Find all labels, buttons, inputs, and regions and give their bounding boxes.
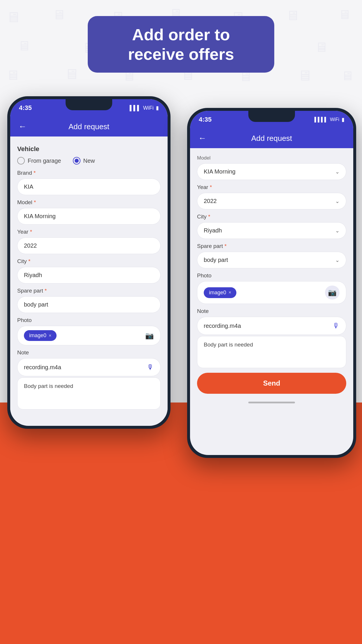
- note-value-left: recording.m4a: [24, 364, 61, 371]
- city-label: City *: [17, 258, 161, 265]
- model-input[interactable]: KIA Morning: [17, 208, 161, 225]
- radio-circle-new[interactable]: [73, 157, 80, 164]
- radio-new-label: New: [83, 158, 95, 164]
- status-bar-left: 4:35 ➤ ▌▌▌ WiFi ▮: [10, 99, 168, 117]
- textarea-left[interactable]: Body part is needed: [17, 377, 161, 410]
- note-field-right[interactable]: recording.m4a 🎙: [197, 317, 346, 335]
- model-dropdown-right[interactable]: KIA Morning ⌄: [197, 163, 346, 180]
- note-value-right: recording.m4a: [204, 323, 241, 329]
- nav-title-left: Add request: [68, 122, 109, 131]
- model-value-right: KIA Morning: [204, 168, 236, 175]
- model-label-right: Model: [197, 155, 346, 161]
- city-label-right: City *: [197, 214, 346, 220]
- notch-left: [66, 99, 112, 110]
- vehicle-section-label: Vehicle: [17, 145, 161, 153]
- city-dropdown-right[interactable]: Riyadh ⌄: [197, 222, 346, 239]
- status-icons-right: ▌▌▌▌ WiFi ▮: [314, 116, 345, 123]
- send-button[interactable]: Send: [197, 373, 346, 394]
- spare-part-dropdown-right[interactable]: body part ⌄: [197, 252, 346, 268]
- time-right: 4:35: [199, 116, 212, 123]
- battery-icon-left: ▮: [156, 105, 159, 111]
- nav-bar-left: ← Add request: [10, 117, 168, 136]
- back-arrow-left[interactable]: ←: [18, 122, 27, 131]
- photo-label-left: Photo: [17, 317, 161, 323]
- phone-left-screen: 4:35 ➤ ▌▌▌ WiFi ▮ ← Add request Vehicle: [10, 99, 168, 426]
- header-title-line1: Add order to: [111, 25, 251, 44]
- spare-part-input[interactable]: body part: [17, 296, 161, 313]
- radio-garage-label: From garage: [28, 158, 61, 164]
- city-input[interactable]: Riyadh: [17, 267, 161, 284]
- header-banner: Add order to receive offers: [88, 16, 274, 73]
- model-value: KIA Morning: [24, 213, 56, 220]
- radio-group: From garage New: [17, 157, 161, 164]
- chevron-spare-right: ⌄: [335, 257, 340, 263]
- nav-bar-right: ← Add request: [190, 128, 353, 148]
- battery-icon-right: ▮: [342, 116, 345, 123]
- spare-part-label-right: Spare part *: [197, 243, 346, 249]
- photo-field-left[interactable]: image0 × 📷: [17, 326, 161, 345]
- wifi-icon-left: WiFi: [143, 105, 154, 111]
- chevron-city-right: ⌄: [335, 228, 340, 234]
- time-left: 4:35: [19, 104, 32, 112]
- scroll-content-right: Model KIA Morning ⌄ Year * 2022 ⌄ City *: [190, 148, 353, 414]
- photo-tag-name-right: image0: [209, 290, 226, 296]
- brand-input[interactable]: KIA: [17, 178, 161, 195]
- photo-tag-name-left: image0: [29, 332, 46, 339]
- phones-wrapper: 4:35 ➤ ▌▌▌ WiFi ▮ ← Add request Vehicle: [0, 96, 362, 639]
- year-input[interactable]: 2022: [17, 237, 161, 254]
- photo-field-right[interactable]: image0 × 📷: [197, 281, 346, 304]
- back-arrow-right[interactable]: ←: [198, 134, 206, 143]
- camera-icon-left[interactable]: 📷: [145, 332, 154, 340]
- radio-circle-garage[interactable]: [17, 157, 25, 164]
- year-value-right: 2022: [204, 198, 217, 204]
- home-indicator-right: [197, 397, 346, 408]
- signal-icon-right: ▌▌▌▌: [314, 117, 328, 122]
- spare-part-value: body part: [24, 301, 48, 308]
- nav-title-right: Add request: [251, 134, 292, 143]
- textarea-right[interactable]: Body part is needed: [197, 336, 346, 368]
- camera-icon-right[interactable]: 📷: [325, 286, 340, 300]
- note-field-left[interactable]: recording.m4a 🎙: [17, 358, 161, 376]
- year-label-right: Year *: [197, 184, 346, 190]
- chevron-year-right: ⌄: [335, 198, 340, 204]
- photo-tag-left[interactable]: image0 ×: [24, 330, 57, 341]
- spare-part-label: Spare part *: [17, 288, 161, 294]
- city-value-right: Riyadh: [204, 227, 222, 234]
- wifi-icon-right: WiFi: [330, 117, 339, 122]
- photo-close-right[interactable]: ×: [229, 290, 231, 295]
- status-icons-left: ▌▌▌ WiFi ▮: [130, 105, 159, 111]
- spare-part-value-right: body part: [204, 257, 228, 263]
- scroll-content-left: Vehicle From garage New Brand *: [10, 136, 168, 416]
- model-label: Model *: [17, 199, 161, 206]
- photo-close-left[interactable]: ×: [49, 333, 51, 338]
- city-value: Riyadh: [24, 272, 42, 279]
- note-label-left: Note: [17, 349, 161, 356]
- year-value: 2022: [24, 242, 37, 249]
- radio-garage[interactable]: From garage: [17, 157, 61, 164]
- photo-tag-right[interactable]: image0 ×: [204, 287, 236, 298]
- chevron-model-right: ⌄: [335, 169, 340, 175]
- brand-label: Brand *: [17, 170, 161, 176]
- year-dropdown-right[interactable]: 2022 ⌄: [197, 193, 346, 209]
- signal-icon-left: ▌▌▌: [130, 105, 141, 111]
- brand-value: KIA: [24, 183, 33, 190]
- header-title-line2: receive offers: [111, 44, 251, 64]
- mic-icon-right[interactable]: 🎙: [333, 322, 340, 330]
- mic-icon-left[interactable]: 🎙: [147, 363, 154, 371]
- phone-left: 4:35 ➤ ▌▌▌ WiFi ▮ ← Add request Vehicle: [7, 96, 171, 429]
- home-bar-right: [248, 402, 295, 403]
- radio-new[interactable]: New: [73, 157, 95, 164]
- notch-right: [248, 111, 295, 122]
- note-label-right: Note: [197, 308, 346, 314]
- status-bar-right: 4:35 ➤ ▌▌▌▌ WiFi ▮: [190, 111, 353, 128]
- phone-right: 4:35 ➤ ▌▌▌▌ WiFi ▮ ← Add request Model: [187, 108, 356, 458]
- year-label: Year *: [17, 229, 161, 235]
- phone-right-screen: 4:35 ➤ ▌▌▌▌ WiFi ▮ ← Add request Model: [190, 111, 353, 455]
- photo-label-right: Photo: [197, 272, 346, 279]
